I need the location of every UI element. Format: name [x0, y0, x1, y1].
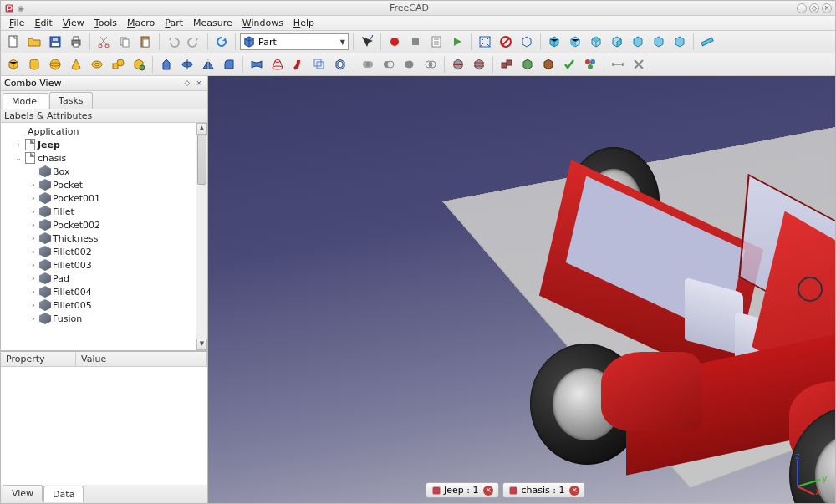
expand-icon[interactable]: ›: [14, 141, 23, 149]
cut-boolean-button[interactable]: [380, 55, 398, 74]
offset-button[interactable]: [310, 55, 329, 74]
minimize-button[interactable]: –: [797, 3, 807, 13]
menu-macro[interactable]: Macro: [122, 17, 160, 29]
property-body[interactable]: [1, 367, 207, 485]
revolve-button[interactable]: [178, 55, 196, 74]
view-rear-button[interactable]: [629, 33, 647, 51]
tree-node-fusion[interactable]: ›Fusion: [1, 312, 196, 325]
tab-tasks[interactable]: Tasks: [49, 92, 92, 109]
doc-tab-chasis[interactable]: chasis : 1 ×: [502, 482, 585, 498]
menu-view[interactable]: View: [58, 17, 89, 29]
intersect-button[interactable]: [421, 55, 440, 74]
part-builder-button[interactable]: [130, 55, 148, 74]
check-geometry-button[interactable]: [560, 55, 579, 74]
menu-tools[interactable]: Tools: [89, 17, 122, 29]
expand-icon[interactable]: ›: [29, 302, 38, 309]
tree-node-pocket002[interactable]: ›Pocket002: [1, 218, 196, 232]
compound-button[interactable]: [497, 55, 516, 74]
tree-node-fillet003[interactable]: ›Fillet003: [1, 258, 196, 272]
part-box-button[interactable]: [4, 55, 23, 74]
tab-data[interactable]: Data: [43, 486, 84, 502]
panel-float-button[interactable]: ◇: [182, 79, 192, 89]
tree-scrollbar[interactable]: ▲ ▼: [196, 123, 207, 350]
menu-edit[interactable]: Edit: [29, 17, 57, 29]
undo-button[interactable]: [164, 33, 182, 51]
view-left-button[interactable]: [670, 33, 689, 51]
extrude-button[interactable]: [157, 55, 176, 74]
tree-node-box[interactable]: Box: [1, 165, 196, 178]
mirror-button[interactable]: [199, 55, 217, 74]
tree-node-fillet002[interactable]: ›Fillet002: [1, 245, 196, 258]
close-button[interactable]: ×: [822, 3, 832, 13]
open-button[interactable]: [25, 33, 43, 51]
macro-play-button[interactable]: [448, 33, 466, 51]
close-icon[interactable]: ×: [569, 486, 579, 496]
appearance-button[interactable]: [581, 55, 599, 74]
loft-button[interactable]: [268, 55, 287, 74]
draw-style-button[interactable]: [497, 33, 515, 51]
menu-windows[interactable]: Windows: [237, 17, 288, 29]
thickness-button[interactable]: [331, 55, 349, 74]
paste-button[interactable]: [136, 33, 155, 51]
scroll-down-icon[interactable]: ▼: [196, 339, 207, 350]
doc-tab-jeep[interactable]: Jeep : 1 ×: [426, 482, 499, 498]
fit-all-button[interactable]: [476, 33, 494, 51]
tree-node-fillet005[interactable]: ›Fillet005: [1, 298, 196, 312]
macro-stop-button[interactable]: [406, 33, 425, 51]
expand-icon[interactable]: ›: [29, 248, 38, 256]
bounding-box-button[interactable]: [517, 33, 536, 51]
expand-icon[interactable]: ›: [29, 181, 38, 189]
fillet-button[interactable]: [220, 55, 238, 74]
export-button[interactable]: [539, 55, 558, 74]
view-front-button[interactable]: [566, 33, 584, 51]
scroll-thumb[interactable]: [197, 135, 206, 185]
view-iso-button[interactable]: [545, 33, 563, 51]
tree-node-pad[interactable]: ›Pad: [1, 272, 196, 285]
menu-help[interactable]: Help: [288, 17, 319, 29]
menu-part[interactable]: Part: [160, 17, 188, 29]
save-button[interactable]: [46, 33, 64, 51]
measure-button[interactable]: [698, 33, 716, 51]
view-right-button[interactable]: [608, 33, 626, 51]
tree-node-chasis[interactable]: ⌄chasis: [1, 151, 196, 165]
window-menu-icon[interactable]: ◉: [18, 4, 24, 13]
tab-model[interactable]: Model: [3, 93, 48, 109]
part-sphere-button[interactable]: [46, 55, 64, 74]
expand-icon[interactable]: ›: [29, 235, 38, 242]
expand-icon[interactable]: ⌄: [14, 155, 23, 162]
measure-linear-button[interactable]: [609, 55, 627, 74]
union-button[interactable]: [400, 55, 419, 74]
workbench-selector[interactable]: Part ▼: [240, 33, 349, 50]
part-cone-button[interactable]: [67, 55, 85, 74]
copy-button[interactable]: [115, 33, 134, 51]
clear-measure-button[interactable]: [630, 55, 648, 74]
menu-file[interactable]: File: [4, 17, 29, 29]
redo-button[interactable]: [185, 33, 203, 51]
macro-record-button[interactable]: [385, 33, 404, 51]
tree-node-application[interactable]: Application: [1, 125, 196, 138]
menu-measure[interactable]: Measure: [188, 17, 237, 29]
expand-icon[interactable]: ›: [29, 221, 38, 229]
expand-icon[interactable]: ›: [29, 315, 38, 323]
expand-icon[interactable]: ›: [29, 288, 38, 296]
panel-close-button[interactable]: ×: [194, 79, 204, 89]
import-button[interactable]: [518, 55, 537, 74]
sweep-button[interactable]: [289, 55, 308, 74]
boolean-button[interactable]: [359, 55, 377, 74]
ruled-surface-button[interactable]: [247, 55, 266, 74]
maximize-button[interactable]: ◇: [809, 3, 819, 13]
tree-node-pocket001[interactable]: ›Pocket001: [1, 191, 196, 205]
tree-node-pocket[interactable]: ›Pocket: [1, 178, 196, 191]
part-cylinder-button[interactable]: [25, 55, 43, 74]
new-doc-button[interactable]: [4, 33, 23, 51]
macro-list-button[interactable]: [427, 33, 446, 51]
tree-node-fillet[interactable]: ›Fillet: [1, 205, 196, 218]
expand-icon[interactable]: ›: [29, 262, 38, 269]
expand-icon[interactable]: ›: [29, 195, 38, 202]
3d-viewport[interactable]: y z x Jeep : 1 × chasis : 1 ×: [208, 76, 835, 503]
tree-node-jeep[interactable]: ›Jeep: [1, 138, 196, 151]
scroll-up-icon[interactable]: ▲: [196, 123, 207, 135]
tree-node-thickness[interactable]: ›Thickness: [1, 232, 196, 245]
model-tree[interactable]: Application›Jeep⌄chasisBox›Pocket›Pocket…: [1, 123, 196, 350]
expand-icon[interactable]: ›: [29, 208, 38, 216]
